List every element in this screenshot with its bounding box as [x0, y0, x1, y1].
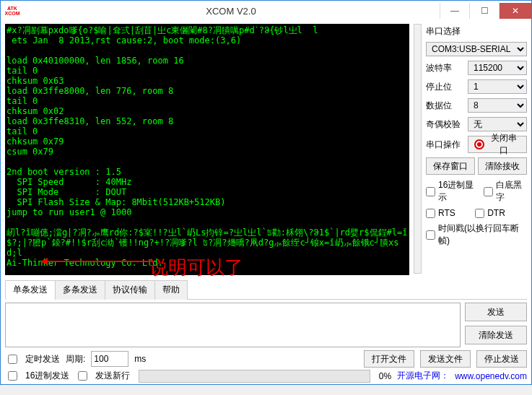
open-file-button[interactable]: 打开文件: [364, 350, 414, 368]
scrollbar[interactable]: [414, 24, 422, 274]
bw-checkbox[interactable]: [484, 187, 493, 196]
baud-select[interactable]: 115200: [468, 61, 527, 75]
save-window-button[interactable]: 保存窗口: [426, 157, 475, 175]
baud-label: 波特率: [426, 62, 465, 74]
port-select-label: 串口选择: [426, 25, 527, 38]
tab-multi[interactable]: 多条发送: [55, 280, 105, 300]
record-icon: [474, 139, 484, 149]
parity-select[interactable]: 无: [468, 117, 527, 131]
close-button[interactable]: ✕: [499, 3, 531, 19]
clear-receive-button[interactable]: 清除接收: [478, 157, 527, 175]
window-title: XCOM V2.0: [22, 6, 440, 17]
send-newline-checkbox[interactable]: [78, 371, 87, 381]
stop-label: 停止位: [426, 81, 465, 93]
op-label: 串口操作: [426, 139, 465, 151]
period-label: 周期:: [66, 353, 85, 365]
progress-percent: 0%: [379, 371, 391, 381]
tab-proto[interactable]: 协议传输: [105, 280, 155, 300]
link-label: 开源电子网：: [397, 370, 449, 382]
parity-label: 奇偶校验: [426, 118, 465, 131]
dtr-checkbox[interactable]: [475, 209, 484, 218]
terminal-output[interactable]: #x?㓊剭幕pxdo嗲{o?$喻|耷弍|刮苜|㞢c東儷闌#8?㓊膭噧p#dˋ?ჵ…: [5, 24, 409, 275]
app-icon: ATKXCOM: [2, 1, 22, 21]
stop-send-button[interactable]: 停止发送: [476, 350, 527, 368]
hex-display-checkbox[interactable]: [426, 187, 435, 196]
tab-help[interactable]: 帮助: [154, 280, 188, 300]
hex-send-checkbox[interactable]: [8, 371, 17, 381]
data-label: 数据位: [426, 100, 465, 112]
timed-send-checkbox[interactable]: [8, 355, 17, 364]
period-input[interactable]: [91, 351, 128, 367]
close-port-button[interactable]: 关闭串口: [468, 136, 527, 153]
port-select[interactable]: COM3:USB-SERIAL: [426, 42, 527, 56]
send-tabs: 单条发送 多条发送 协议传输 帮助: [5, 279, 527, 300]
titlebar: ATKXCOM XCOM V2.0 — ☐ ✕: [1, 1, 531, 21]
stop-select[interactable]: 1: [468, 79, 527, 94]
data-select[interactable]: 8: [468, 98, 527, 113]
website-link[interactable]: www.openedv.com: [455, 371, 527, 381]
send-button[interactable]: 发送: [465, 303, 527, 321]
tab-single[interactable]: 单条发送: [5, 280, 56, 300]
clear-send-button[interactable]: 清除发送: [465, 326, 527, 344]
maximize-button[interactable]: ☐: [469, 3, 499, 19]
send-file-button[interactable]: 发送文件: [420, 350, 471, 368]
progress-bar: [139, 370, 370, 383]
timestamp-checkbox[interactable]: [426, 230, 435, 240]
minimize-button[interactable]: —: [440, 3, 469, 19]
rts-checkbox[interactable]: [426, 209, 435, 218]
send-input[interactable]: [5, 303, 461, 347]
